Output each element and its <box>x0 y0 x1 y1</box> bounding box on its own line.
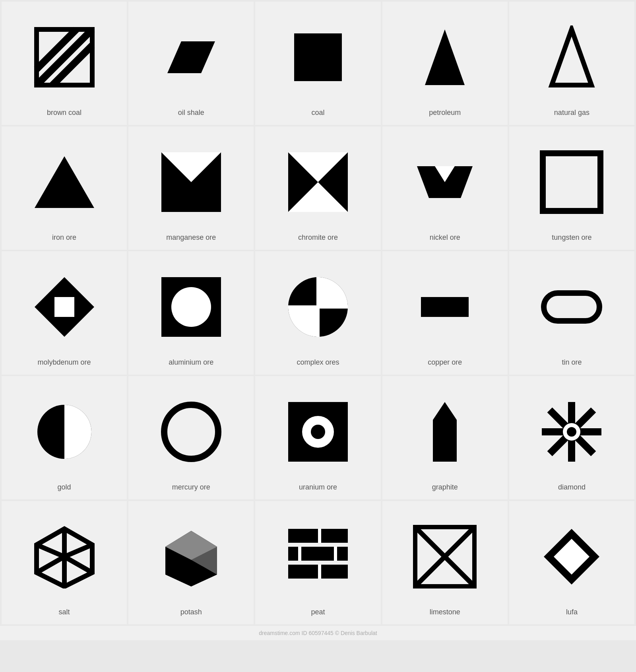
icon-lufa <box>517 513 626 600</box>
label-uranium-ore: uranium ore <box>299 483 337 491</box>
icon-mercury-ore <box>136 388 246 475</box>
svg-marker-31 <box>433 402 457 462</box>
cell-aluminium-ore: aluminium ore <box>128 251 254 375</box>
icon-tungsten-ore <box>517 138 626 225</box>
icon-tin-ore <box>517 263 626 350</box>
cell-salt: salt <box>2 501 127 624</box>
cell-tungsten-ore: tungsten ore <box>509 126 634 250</box>
svg-point-38 <box>567 427 576 437</box>
icon-graphite <box>390 388 500 475</box>
label-limestone: limestone <box>430 608 460 616</box>
label-nickel-ore: nickel ore <box>430 233 460 242</box>
svg-point-27 <box>164 405 218 459</box>
icon-iron-ore <box>10 138 119 225</box>
icon-brown-coal <box>10 14 119 101</box>
icon-natural-gas <box>517 14 626 101</box>
cell-mercury-ore: mercury ore <box>128 376 254 499</box>
svg-rect-24 <box>421 297 469 317</box>
label-potash: potash <box>180 608 202 616</box>
svg-point-20 <box>171 287 211 327</box>
label-natural-gas: natural gas <box>554 109 589 117</box>
svg-marker-8 <box>35 156 94 208</box>
svg-rect-50 <box>288 547 348 561</box>
label-gold: gold <box>58 483 71 491</box>
svg-point-30 <box>311 425 325 439</box>
cell-peat: peat <box>255 501 380 624</box>
svg-rect-5 <box>294 33 342 81</box>
cell-diamond: diamond <box>509 376 634 499</box>
cell-chromite-ore: chromite ore <box>255 126 380 250</box>
svg-rect-52 <box>318 529 321 543</box>
svg-line-45 <box>64 557 92 573</box>
icon-chromite-ore <box>263 138 372 225</box>
icon-grid: brown coal oil shale coal petroleum <box>0 0 636 626</box>
cell-iron-ore: iron ore <box>2 126 127 250</box>
svg-rect-55 <box>318 565 321 579</box>
icon-uranium-ore <box>263 388 372 475</box>
svg-rect-25 <box>544 293 599 321</box>
label-peat: peat <box>311 608 325 616</box>
label-aluminium-ore: aluminium ore <box>169 358 213 367</box>
label-complex-ores: complex ores <box>297 358 339 367</box>
watermark-text: dreamstime.com ID 60597445 © Denis Barbu… <box>259 630 377 636</box>
cell-petroleum: petroleum <box>382 2 508 125</box>
watermark: dreamstime.com ID 60597445 © Denis Barbu… <box>0 626 636 640</box>
icon-salt <box>10 513 119 600</box>
svg-marker-7 <box>552 29 591 85</box>
label-oil-shale: oil shale <box>178 109 204 117</box>
cell-coal: coal <box>255 2 380 125</box>
label-coal: coal <box>311 109 324 117</box>
label-brown-coal: brown coal <box>47 109 81 117</box>
svg-rect-16 <box>542 152 601 212</box>
cell-complex-ores: complex ores <box>255 251 380 375</box>
label-petroleum: petroleum <box>429 109 461 117</box>
svg-marker-6 <box>425 29 465 85</box>
label-salt: salt <box>59 608 70 616</box>
icon-petroleum <box>390 14 500 101</box>
label-tin-ore: tin ore <box>562 358 582 367</box>
icon-aluminium-ore <box>136 263 246 350</box>
cell-limestone: limestone <box>382 501 508 624</box>
icon-diamond <box>517 388 626 475</box>
label-molybdenum-ore: molybdenum ore <box>38 358 91 367</box>
icon-molybdenum-ore <box>10 263 119 350</box>
cell-tin-ore: tin ore <box>509 251 634 375</box>
label-manganese-ore: manganese ore <box>166 233 216 242</box>
icon-oil-shale <box>136 14 246 101</box>
label-graphite: graphite <box>432 483 458 491</box>
svg-line-41 <box>37 545 64 557</box>
svg-rect-53 <box>298 547 301 561</box>
cell-nickel-ore: nickel ore <box>382 126 508 250</box>
svg-rect-54 <box>334 547 337 561</box>
cell-uranium-ore: uranium ore <box>255 376 380 499</box>
label-copper-ore: copper ore <box>428 358 462 367</box>
icon-gold <box>10 388 119 475</box>
cell-lufa: lufa <box>509 501 634 624</box>
svg-rect-18 <box>54 297 74 317</box>
cell-potash: potash <box>128 501 254 624</box>
icon-complex-ores <box>263 263 372 350</box>
label-diamond: diamond <box>558 483 586 491</box>
icon-coal <box>263 14 372 101</box>
label-chromite-ore: chromite ore <box>298 233 338 242</box>
label-iron-ore: iron ore <box>52 233 76 242</box>
cell-oil-shale: oil shale <box>128 2 254 125</box>
cell-graphite: graphite <box>382 376 508 499</box>
icon-nickel-ore <box>390 138 500 225</box>
svg-marker-4 <box>167 41 215 73</box>
cell-gold: gold <box>2 376 127 499</box>
label-mercury-ore: mercury ore <box>172 483 210 491</box>
cell-molybdenum-ore: molybdenum ore <box>2 251 127 375</box>
icon-manganese-ore <box>136 138 246 225</box>
icon-copper-ore <box>390 263 500 350</box>
svg-line-44 <box>37 557 64 573</box>
label-tungsten-ore: tungsten ore <box>552 233 591 242</box>
cell-copper-ore: copper ore <box>382 251 508 375</box>
cell-manganese-ore: manganese ore <box>128 126 254 250</box>
label-lufa: lufa <box>566 608 578 616</box>
cell-brown-coal: brown coal <box>2 2 127 125</box>
cell-natural-gas: natural gas <box>509 2 634 125</box>
icon-peat <box>263 513 372 600</box>
icon-potash <box>136 513 246 600</box>
svg-line-42 <box>64 545 92 557</box>
